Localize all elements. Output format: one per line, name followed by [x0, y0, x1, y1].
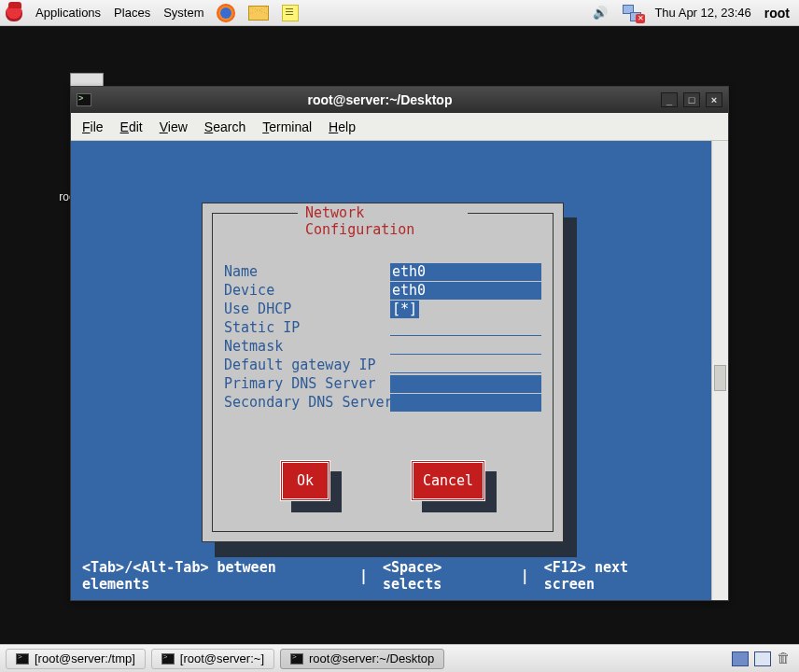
field-netmask[interactable]: [390, 338, 541, 355]
window-title: root@server:~/Desktop: [99, 92, 661, 107]
menu-file[interactable]: File: [82, 119, 104, 134]
distro-icon: [6, 5, 22, 21]
task-entry-active[interactable]: root@server:~/Desktop: [280, 649, 444, 669]
workspace-1[interactable]: [732, 651, 749, 666]
task-entry[interactable]: [root@server:~]: [151, 649, 274, 669]
cancel-button[interactable]: Cancel: [411, 460, 485, 501]
mail-icon[interactable]: [248, 6, 269, 21]
label-gateway: Default gateway IP: [224, 357, 390, 373]
firefox-icon[interactable]: [217, 4, 235, 22]
terminal-icon: [290, 653, 303, 665]
menu-edit[interactable]: Edit: [120, 119, 143, 134]
terminal-icon: [161, 653, 175, 665]
workspace-2[interactable]: [754, 651, 771, 666]
user-menu[interactable]: root: [764, 6, 790, 21]
network-config-dialog: Network Configuration Name eth0 Device e…: [202, 203, 564, 542]
network-status-icon[interactable]: ✕: [623, 5, 641, 21]
scrollbar[interactable]: [711, 141, 728, 600]
notes-icon[interactable]: [282, 5, 299, 21]
menu-system[interactable]: System: [163, 6, 203, 20]
label-primary-dns: Primary DNS Server: [224, 375, 390, 392]
label-use-dhcp: Use DHCP: [224, 301, 390, 317]
label-secondary-dns: Secondary DNS Server: [224, 394, 390, 411]
field-name[interactable]: eth0: [390, 263, 541, 281]
terminal-icon: [77, 93, 91, 106]
trash-icon[interactable]: [777, 650, 793, 668]
minimize-button[interactable]: _: [661, 92, 678, 107]
field-static-ip[interactable]: [390, 319, 541, 336]
clock[interactable]: Thu Apr 12, 23:46: [654, 6, 750, 20]
titlebar[interactable]: root@server:~/Desktop _ □ ×: [71, 87, 728, 113]
hint-bar: <Tab>/<Alt-Tab> between elements | <Spac…: [82, 559, 683, 593]
scrollbar-thumb[interactable]: [714, 365, 726, 391]
terminal-body[interactable]: Network Configuration Name eth0 Device e…: [71, 141, 711, 600]
menu-places[interactable]: Places: [114, 6, 150, 20]
close-button[interactable]: ×: [706, 92, 722, 107]
menubar: File Edit View Search Terminal Help: [71, 113, 728, 141]
menu-view[interactable]: View: [160, 119, 188, 134]
checkbox-use-dhcp[interactable]: [*]: [390, 301, 419, 318]
desktop[interactable]: Co roo root@server:~/Desktop _ □ × File …: [0, 26, 799, 644]
label-netmask: Netmask: [224, 338, 390, 355]
menu-terminal[interactable]: Terminal: [262, 119, 312, 134]
field-primary-dns[interactable]: [390, 375, 541, 393]
taskbar: [root@server:/tmp] [root@server:~] root@…: [0, 644, 799, 672]
sound-icon[interactable]: [593, 6, 610, 21]
field-gateway[interactable]: [390, 357, 541, 373]
hint-f12: <F12> next screen: [544, 559, 683, 593]
maximize-button[interactable]: □: [683, 92, 700, 107]
label-device: Device: [224, 282, 390, 299]
hint-space: <Space> selects: [383, 559, 506, 593]
menu-help[interactable]: Help: [329, 119, 356, 134]
label-name: Name: [224, 263, 390, 280]
terminal-window: root@server:~/Desktop _ □ × File Edit Vi…: [70, 86, 729, 601]
menu-applications[interactable]: Applications: [35, 6, 101, 20]
terminal-icon: [16, 653, 29, 665]
task-label: [root@server:/tmp]: [35, 651, 135, 665]
top-panel: Applications Places System ✕ Thu Apr 12,…: [0, 0, 799, 26]
ok-button[interactable]: Ok: [280, 460, 330, 501]
task-entry[interactable]: [root@server:/tmp]: [6, 649, 146, 669]
label-static-ip: Static IP: [224, 319, 390, 336]
field-secondary-dns[interactable]: [390, 394, 541, 412]
task-label: root@server:~/Desktop: [309, 651, 434, 665]
hint-tab: <Tab>/<Alt-Tab> between elements: [82, 559, 344, 593]
field-device[interactable]: eth0: [390, 282, 541, 300]
dialog-title: Network Configuration: [298, 204, 468, 238]
menu-search[interactable]: Search: [204, 119, 245, 134]
task-label: [root@server:~]: [180, 651, 264, 665]
